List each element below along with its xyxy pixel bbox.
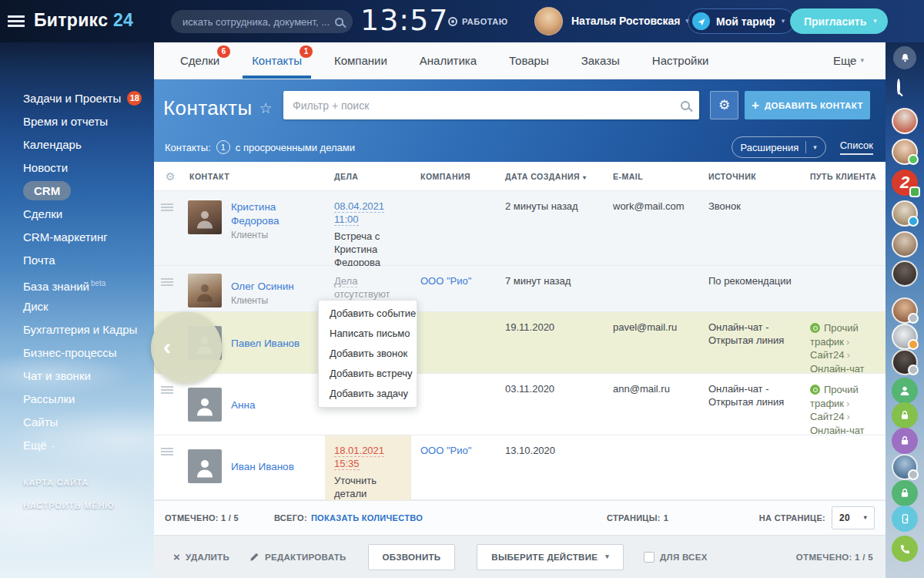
choose-action-button[interactable]: ВЫБЕРИТЕ ДЕЙСТВИЕ ▾ <box>477 544 624 570</box>
chat-avatar[interactable] <box>892 231 918 257</box>
list-settings-button[interactable]: ⚙ <box>710 91 738 119</box>
contact-name-link[interactable]: Анна <box>231 398 255 412</box>
chat-avatar[interactable] <box>892 297 918 324</box>
tab-more[interactable]: Еще▾ <box>833 42 864 79</box>
contact-name-link[interactable]: Олег Осинин <box>231 280 294 294</box>
row-expand-handle[interactable]: ‹ <box>151 312 222 383</box>
per-page-select[interactable]: 20 ▾ <box>832 506 875 529</box>
drag-handle-icon[interactable] <box>161 448 173 449</box>
activity-link-overdue[interactable]: 18.01.2021 15:35 <box>334 445 384 470</box>
filter-search-input[interactable] <box>293 99 681 112</box>
notifications-bell-icon[interactable] <box>893 46 916 69</box>
chat-avatar[interactable] <box>892 139 918 165</box>
view-mode-list[interactable]: Список <box>840 139 873 155</box>
configure-menu-link[interactable]: НАСТРОИТЬ МЕНЮ <box>0 494 154 517</box>
menu-item-write-email[interactable]: Написать письмо <box>319 324 417 344</box>
contact-photo[interactable] <box>188 200 222 234</box>
menu-item-add-task[interactable]: Добавить задачу <box>319 384 417 404</box>
chat-avatar[interactable] <box>892 324 918 350</box>
activity-link[interactable]: Дела отсутствуют <box>334 275 390 301</box>
delete-button[interactable]: × УДАЛИТЬ <box>173 551 229 563</box>
columns-gear-icon[interactable]: ⚙ <box>154 170 180 183</box>
sidebar-item-deals[interactable]: Сделки <box>0 203 154 226</box>
sitemap-link[interactable]: КАРТА САЙТА <box>0 471 154 494</box>
chat-avatar[interactable] <box>892 108 918 134</box>
sidebar-item-mail[interactable]: Почта <box>0 249 154 272</box>
contact-name-link[interactable]: Павел Иванов <box>231 337 300 351</box>
tab-orders[interactable]: Заказы <box>581 42 620 79</box>
tab-deals[interactable]: Сделки6 <box>180 42 219 79</box>
sidebar-item-sites[interactable]: Сайты <box>0 411 154 434</box>
extensions-button[interactable]: Расширения ▾ <box>732 136 826 158</box>
sidebar-item-mailings[interactable]: Рассылки <box>0 388 154 411</box>
my-tariff-button[interactable]: Мой тариф ▾ <box>688 8 795 34</box>
menu-item-add-call[interactable]: Добавить звонок <box>319 344 417 364</box>
sidebar-item-more[interactable]: Ещё- <box>0 434 154 457</box>
sidebar-item-accounting[interactable]: Бухгалтерия и Кадры <box>0 318 154 341</box>
summary-text[interactable]: с просроченными делами <box>236 142 355 153</box>
overdue-count-badge[interactable]: 1 <box>216 140 230 154</box>
global-search[interactable] <box>171 10 353 33</box>
sidebar-item-time[interactable]: Время и отчеты <box>0 110 154 133</box>
sidebar-item-business-processes[interactable]: Бизнес-процессы <box>0 341 154 365</box>
sidebar-item-drive[interactable]: Диск <box>0 295 154 318</box>
workday-clock[interactable]: 13:57 <box>360 3 449 37</box>
drag-handle-icon[interactable] <box>161 203 173 205</box>
contact-name-link[interactable]: Иван Иванов <box>231 460 294 474</box>
tab-settings[interactable]: Настройки <box>652 42 709 79</box>
tab-companies[interactable]: Компании <box>334 42 387 79</box>
column-company[interactable]: КОМПАНИЯ <box>411 172 496 181</box>
work-status[interactable]: РАБОТАЮ <box>448 17 508 26</box>
sidebar-item-crm-active[interactable]: CRM <box>0 180 154 203</box>
user-avatar[interactable] <box>534 7 563 35</box>
column-created[interactable]: ДАТА СОЗДАНИЯ▾ <box>496 172 604 181</box>
lock-icon[interactable] <box>892 428 918 454</box>
contact-avatar-placeholder[interactable] <box>188 449 222 483</box>
global-search-input[interactable] <box>182 16 335 28</box>
filter-search[interactable] <box>283 91 699 119</box>
tab-analytics[interactable]: Аналитика <box>420 42 477 79</box>
column-contact[interactable]: КОНТАКТ <box>180 172 325 181</box>
column-client-path[interactable]: ПУТЬ КЛИЕНТА <box>801 172 886 181</box>
drag-handle-icon[interactable] <box>161 386 173 388</box>
hamburger-menu-icon[interactable] <box>8 15 25 18</box>
activity-link[interactable]: 08.04.2021 11:00 <box>334 200 384 226</box>
chat-avatar[interactable] <box>892 454 918 480</box>
menu-item-add-event[interactable]: Добавить событие <box>319 304 417 324</box>
sidebar-item-knowledge-base[interactable]: База знанийbeta <box>0 272 154 295</box>
chat-avatar[interactable] <box>892 200 918 227</box>
tab-products[interactable]: Товары <box>509 42 549 79</box>
contact-avatar-placeholder[interactable] <box>188 388 222 422</box>
user-menu[interactable]: Наталья Ростовская ▾ <box>571 15 689 27</box>
contact-name-link[interactable]: Кристина Федорова <box>231 200 320 228</box>
drag-handle-icon[interactable] <box>161 278 173 280</box>
edit-button[interactable]: РЕДАКТИРОВАТЬ <box>249 552 346 562</box>
chat-avatar[interactable] <box>892 260 918 287</box>
column-email[interactable]: E-MAIL <box>604 172 699 181</box>
company-link[interactable]: ООО "Рио" <box>420 275 471 287</box>
invite-button[interactable]: Пригласить ▾ <box>790 8 888 34</box>
search-icon[interactable] <box>897 80 912 96</box>
lock-icon[interactable] <box>892 402 918 428</box>
call-button[interactable]: ОБЗВОНИТЬ <box>368 544 456 570</box>
sidebar-item-news[interactable]: Новости <box>0 156 154 180</box>
app-logo[interactable]: Битрикс 24 <box>34 10 133 31</box>
show-count-link[interactable]: ПОКАЗАТЬ КОЛИЧЕСТВО <box>311 513 423 523</box>
lock-icon[interactable] <box>892 480 918 506</box>
add-user-icon[interactable] <box>892 378 918 404</box>
sidebar-item-chat-calls[interactable]: Чат и звонки <box>0 365 154 388</box>
device-sync-icon[interactable] <box>892 506 918 532</box>
sidebar-item-crm-marketing[interactable]: CRM-маркетинг <box>0 226 154 249</box>
chat-channel-logo[interactable]: 2 <box>892 170 918 196</box>
for-all-checkbox[interactable] <box>644 552 654 563</box>
sidebar-item-tasks[interactable]: Задачи и Проекты18 <box>0 87 154 110</box>
sidebar-item-calendar[interactable]: Календарь <box>0 133 154 156</box>
company-link[interactable]: ООО "Рио" <box>420 445 471 456</box>
add-contact-button[interactable]: + ДОБАВИТЬ КОНТАКТ <box>745 91 870 119</box>
favorite-star-icon[interactable]: ☆ <box>259 99 273 117</box>
tab-contacts[interactable]: Контакты1 <box>252 42 302 79</box>
column-activities[interactable]: ДЕЛА <box>325 172 411 181</box>
contact-photo[interactable] <box>188 274 222 307</box>
column-source[interactable]: ИСТОЧНИК <box>699 172 801 181</box>
phone-icon[interactable] <box>892 536 918 562</box>
